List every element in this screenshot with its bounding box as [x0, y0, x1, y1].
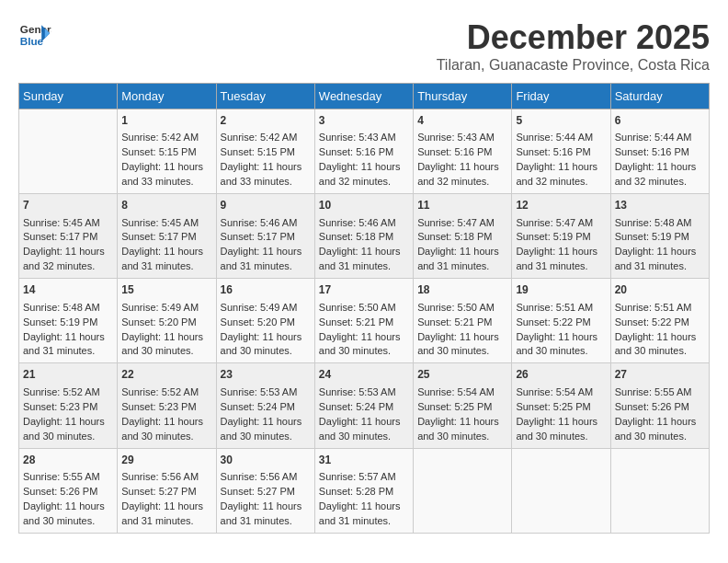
day-info: Sunset: 5:19 PM	[615, 230, 705, 245]
calendar-cell: 11Sunrise: 5:47 AMSunset: 5:18 PMDayligh…	[414, 194, 512, 279]
calendar-week-2: 7Sunrise: 5:45 AMSunset: 5:17 PMDaylight…	[19, 194, 710, 279]
day-info: Sunset: 5:16 PM	[615, 145, 705, 160]
day-info: Daylight: 11 hours	[516, 245, 606, 259]
day-info: Sunset: 5:28 PM	[319, 485, 409, 500]
day-info: Sunrise: 5:47 AM	[417, 216, 507, 231]
day-info: Sunset: 5:15 PM	[221, 145, 311, 160]
day-number: 3	[319, 113, 409, 129]
calendar-cell: 22Sunrise: 5:52 AMSunset: 5:23 PMDayligh…	[118, 363, 216, 448]
calendar-week-1: 1Sunrise: 5:42 AMSunset: 5:15 PMDaylight…	[19, 109, 710, 194]
calendar-cell: 29Sunrise: 5:56 AMSunset: 5:27 PMDayligh…	[118, 448, 216, 533]
day-info: Sunrise: 5:52 AM	[23, 385, 113, 400]
calendar-cell: 5Sunrise: 5:44 AMSunset: 5:16 PMDaylight…	[512, 109, 610, 194]
calendar-header-sunday: Sunday	[19, 84, 118, 109]
day-info: and 30 minutes.	[417, 430, 507, 444]
day-info: and 30 minutes.	[319, 430, 409, 444]
day-info: Sunset: 5:16 PM	[516, 145, 606, 160]
calendar-body: 1Sunrise: 5:42 AMSunset: 5:15 PMDaylight…	[19, 109, 710, 534]
calendar-cell: 15Sunrise: 5:49 AMSunset: 5:20 PMDayligh…	[118, 279, 216, 363]
day-info: and 33 minutes.	[121, 175, 211, 190]
day-info: Sunrise: 5:50 AM	[417, 301, 507, 316]
calendar-cell: 18Sunrise: 5:50 AMSunset: 5:21 PMDayligh…	[414, 279, 512, 363]
day-info: Sunrise: 5:53 AM	[221, 385, 311, 400]
day-info: and 31 minutes.	[516, 259, 606, 274]
day-info: and 32 minutes.	[516, 175, 606, 190]
day-info: Sunrise: 5:47 AM	[516, 216, 606, 231]
day-info: Daylight: 11 hours	[417, 330, 507, 345]
day-number: 23	[221, 367, 311, 383]
day-info: Sunset: 5:18 PM	[417, 230, 507, 245]
day-info: and 30 minutes.	[221, 430, 311, 444]
svg-text:Blue: Blue	[20, 35, 44, 47]
day-info: Daylight: 11 hours	[23, 500, 113, 514]
calendar-cell: 21Sunrise: 5:52 AMSunset: 5:23 PMDayligh…	[19, 363, 118, 448]
day-info: Daylight: 11 hours	[319, 500, 409, 514]
day-info: and 30 minutes.	[23, 430, 113, 444]
day-info: Daylight: 11 hours	[23, 330, 113, 345]
calendar-cell: 27Sunrise: 5:55 AMSunset: 5:26 PMDayligh…	[610, 363, 709, 448]
day-info: and 30 minutes.	[516, 344, 606, 359]
day-info: Daylight: 11 hours	[221, 330, 311, 345]
day-info: Sunset: 5:27 PM	[121, 485, 211, 500]
day-info: and 31 minutes.	[319, 259, 409, 274]
day-info: Sunset: 5:22 PM	[615, 316, 705, 330]
day-info: Sunrise: 5:56 AM	[121, 470, 211, 485]
day-info: Daylight: 11 hours	[121, 330, 211, 345]
day-info: Sunset: 5:25 PM	[516, 400, 606, 415]
day-info: Sunrise: 5:48 AM	[23, 301, 113, 316]
location-title: Tilaran, Guanacaste Province, Costa Rica	[437, 57, 710, 74]
calendar-cell: 25Sunrise: 5:54 AMSunset: 5:25 PMDayligh…	[414, 363, 512, 448]
day-info: Daylight: 11 hours	[221, 160, 311, 175]
calendar-cell: 3Sunrise: 5:43 AMSunset: 5:16 PMDaylight…	[314, 109, 413, 194]
day-info: Sunrise: 5:57 AM	[319, 470, 409, 485]
day-number: 31	[319, 453, 409, 468]
day-number: 7	[23, 198, 113, 213]
day-info: Sunset: 5:17 PM	[221, 230, 311, 245]
day-info: Sunset: 5:16 PM	[417, 145, 507, 160]
day-info: and 30 minutes.	[516, 430, 606, 444]
day-info: Sunset: 5:22 PM	[516, 316, 606, 330]
day-info: and 30 minutes.	[221, 344, 311, 359]
day-info: Sunrise: 5:43 AM	[319, 131, 409, 145]
day-info: Daylight: 11 hours	[516, 415, 606, 430]
day-info: Sunset: 5:19 PM	[23, 316, 113, 330]
calendar-cell: 12Sunrise: 5:47 AMSunset: 5:19 PMDayligh…	[512, 194, 610, 279]
day-number: 19	[516, 282, 606, 298]
day-number: 15	[121, 282, 211, 298]
calendar-cell	[19, 109, 118, 194]
day-info: Daylight: 11 hours	[221, 500, 311, 514]
day-info: Daylight: 11 hours	[417, 415, 507, 430]
day-info: Sunset: 5:18 PM	[319, 230, 409, 245]
day-number: 25	[417, 367, 507, 383]
day-info: Sunrise: 5:44 AM	[516, 131, 606, 145]
day-info: Sunrise: 5:51 AM	[516, 301, 606, 316]
calendar-cell: 2Sunrise: 5:42 AMSunset: 5:15 PMDaylight…	[216, 109, 314, 194]
day-info: Daylight: 11 hours	[121, 160, 211, 175]
calendar-cell	[414, 448, 512, 533]
day-info: and 32 minutes.	[319, 175, 409, 190]
calendar-cell: 14Sunrise: 5:48 AMSunset: 5:19 PMDayligh…	[19, 279, 118, 363]
logo-icon: General Blue	[18, 18, 51, 52]
calendar-cell: 31Sunrise: 5:57 AMSunset: 5:28 PMDayligh…	[314, 448, 413, 533]
day-info: and 30 minutes.	[319, 344, 409, 359]
day-info: and 32 minutes.	[23, 259, 113, 274]
day-info: Sunset: 5:20 PM	[221, 316, 311, 330]
day-info: Sunset: 5:19 PM	[516, 230, 606, 245]
day-info: and 31 minutes.	[417, 259, 507, 274]
day-info: Sunrise: 5:49 AM	[121, 301, 211, 316]
calendar-header-friday: Friday	[512, 84, 610, 109]
calendar-cell: 10Sunrise: 5:46 AMSunset: 5:18 PMDayligh…	[314, 194, 413, 279]
day-info: Sunrise: 5:46 AM	[319, 216, 409, 231]
day-info: Sunset: 5:27 PM	[221, 485, 311, 500]
day-info: and 31 minutes.	[615, 259, 705, 274]
month-title: December 2025	[437, 18, 710, 57]
day-info: Sunrise: 5:44 AM	[615, 131, 705, 145]
calendar-cell: 4Sunrise: 5:43 AMSunset: 5:16 PMDaylight…	[414, 109, 512, 194]
day-info: Sunrise: 5:42 AM	[121, 131, 211, 145]
day-info: Daylight: 11 hours	[23, 245, 113, 259]
day-info: and 30 minutes.	[615, 344, 705, 359]
day-info: Sunrise: 5:45 AM	[23, 216, 113, 231]
day-info: Sunrise: 5:55 AM	[23, 470, 113, 485]
day-info: Daylight: 11 hours	[23, 415, 113, 430]
calendar-cell: 30Sunrise: 5:56 AMSunset: 5:27 PMDayligh…	[216, 448, 314, 533]
